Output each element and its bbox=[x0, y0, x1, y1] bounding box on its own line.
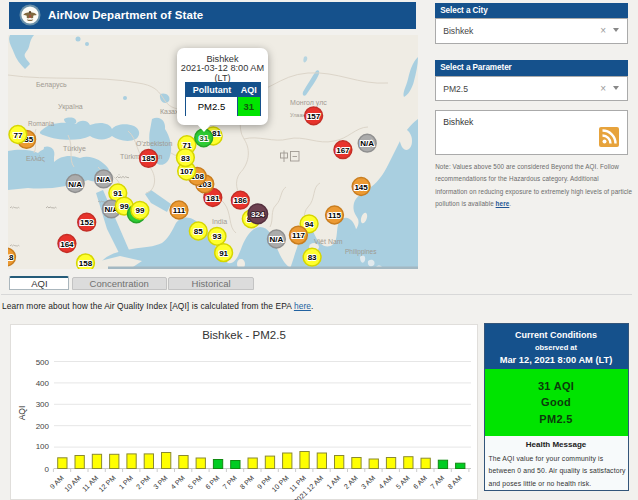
svg-text:300: 300 bbox=[36, 400, 50, 409]
svg-text:2 AM: 2 AM bbox=[343, 474, 359, 490]
svg-text:107: 107 bbox=[180, 167, 194, 176]
svg-text:Viêt Nam: Viêt Nam bbox=[314, 238, 343, 245]
svg-text:3 AM: 3 AM bbox=[360, 474, 376, 490]
svg-text:O'zbekiston: O'zbekiston bbox=[136, 140, 172, 147]
svg-text:Romania: Romania bbox=[28, 120, 54, 127]
svg-text:2 PM: 2 PM bbox=[135, 474, 152, 491]
svg-text:1 PM: 1 PM bbox=[117, 474, 134, 491]
svg-text:99: 99 bbox=[135, 206, 144, 215]
svg-text:Монгол улс: Монгол улс bbox=[290, 99, 327, 107]
svg-text:91: 91 bbox=[113, 189, 122, 198]
svg-text:Bishkek - PM2.5: Bishkek - PM2.5 bbox=[202, 328, 286, 340]
svg-text:10 AM: 10 AM bbox=[63, 474, 82, 493]
svg-text:11 AM: 11 AM bbox=[81, 474, 100, 493]
svg-text:5 AM: 5 AM bbox=[395, 474, 411, 490]
svg-text:152: 152 bbox=[80, 218, 94, 227]
svg-text:400: 400 bbox=[36, 378, 50, 387]
svg-text:85: 85 bbox=[194, 227, 203, 236]
svg-text:81: 81 bbox=[212, 129, 221, 138]
svg-text:AQI: AQI bbox=[17, 405, 27, 420]
svg-text:12 PM: 12 PM bbox=[97, 474, 117, 493]
svg-text:83: 83 bbox=[308, 253, 317, 262]
svg-text:1 AM: 1 AM bbox=[325, 474, 341, 490]
svg-text:N/A: N/A bbox=[360, 139, 374, 148]
svg-text:145: 145 bbox=[354, 183, 368, 192]
svg-text:93: 93 bbox=[213, 232, 222, 241]
svg-text:Україна: Україна bbox=[58, 103, 83, 111]
svg-text:6 AM: 6 AM bbox=[412, 474, 428, 490]
svg-text:6 PM: 6 PM bbox=[204, 474, 221, 491]
svg-text:8 AM: 8 AM bbox=[446, 474, 462, 490]
svg-text:157: 157 bbox=[307, 112, 321, 121]
svg-text:500: 500 bbox=[36, 357, 50, 366]
svg-text:3 PM: 3 PM bbox=[152, 474, 169, 491]
svg-text:164: 164 bbox=[60, 240, 74, 249]
svg-text:117: 117 bbox=[292, 231, 305, 240]
svg-text:4 PM: 4 PM bbox=[169, 474, 186, 491]
svg-text:200: 200 bbox=[36, 421, 50, 430]
svg-text:185: 185 bbox=[142, 154, 156, 163]
svg-text:4 AM: 4 AM bbox=[377, 474, 393, 490]
svg-text:167: 167 bbox=[336, 146, 350, 155]
svg-text:158: 158 bbox=[79, 259, 93, 268]
svg-text:324: 324 bbox=[251, 210, 265, 219]
svg-text:111: 111 bbox=[173, 206, 186, 215]
svg-text:India: India bbox=[212, 218, 227, 225]
svg-text:115: 115 bbox=[328, 211, 341, 220]
svg-text:186: 186 bbox=[234, 196, 248, 205]
svg-text:77: 77 bbox=[13, 131, 22, 140]
svg-text:18: 18 bbox=[8, 253, 14, 262]
svg-text:5 PM: 5 PM bbox=[187, 474, 204, 491]
svg-text:Ελλάς: Ελλάς bbox=[26, 155, 46, 163]
svg-text:181: 181 bbox=[206, 194, 220, 203]
svg-text:31: 31 bbox=[199, 134, 208, 143]
svg-text:83: 83 bbox=[181, 154, 190, 163]
svg-text:N/A: N/A bbox=[270, 235, 284, 244]
svg-text:7 AM: 7 AM bbox=[429, 474, 445, 490]
svg-text:0: 0 bbox=[45, 464, 50, 473]
svg-text:100: 100 bbox=[36, 442, 50, 451]
svg-text:Türkiye: Türkiye bbox=[63, 145, 86, 153]
svg-text:N/A: N/A bbox=[97, 175, 111, 184]
svg-text:7 PM: 7 PM bbox=[221, 474, 238, 491]
svg-text:Беларусь: Беларусь bbox=[36, 81, 67, 89]
svg-text:N/A: N/A bbox=[68, 180, 82, 189]
svg-text:94: 94 bbox=[305, 220, 314, 229]
svg-text:8 PM: 8 PM bbox=[239, 474, 256, 491]
svg-text:91: 91 bbox=[219, 249, 228, 258]
svg-text:10 PM: 10 PM bbox=[270, 474, 290, 493]
svg-text:Philippines: Philippines bbox=[345, 248, 377, 256]
